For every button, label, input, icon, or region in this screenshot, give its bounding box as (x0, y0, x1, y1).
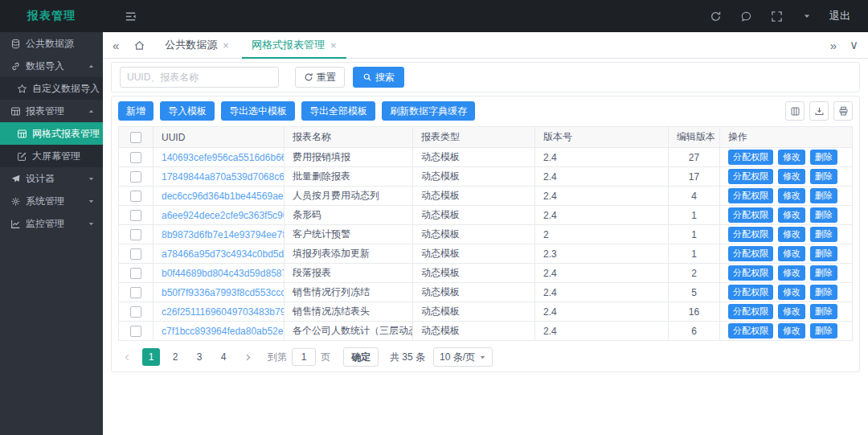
page-size-select[interactable]: 10 条/页 (433, 347, 493, 367)
delete-button[interactable]: 删除 (810, 265, 837, 281)
confirm-button[interactable]: 确定 (343, 347, 379, 367)
edit-version-cell: 4 (669, 187, 720, 206)
assign-permission-button[interactable]: 分配权限 (728, 246, 773, 261)
tabs-menu-icon[interactable]: ∨ (850, 38, 858, 52)
sidebar-item-label: 监控管理 (26, 217, 64, 231)
reset-button[interactable]: 重置 (295, 67, 345, 88)
edit-version-cell: 27 (669, 148, 720, 167)
modify-button[interactable]: 修改 (778, 188, 805, 203)
uuid-link[interactable]: c7f1bcc893964feda80ab52ee0... (162, 326, 285, 337)
delete-button[interactable]: 删除 (810, 188, 837, 203)
modify-button[interactable]: 修改 (778, 150, 805, 165)
sidebar-item-4[interactable]: 网格式报表管理 (0, 122, 103, 145)
row-checkbox[interactable] (130, 306, 141, 318)
assign-permission-button[interactable]: 分配权限 (728, 188, 773, 203)
print-button[interactable] (833, 101, 853, 121)
row-checkbox[interactable] (130, 326, 141, 337)
modify-button[interactable]: 修改 (778, 227, 805, 242)
row-checkbox[interactable] (130, 210, 141, 221)
uuid-link[interactable]: a6ee924dece2cfe9c363f5c902... (162, 210, 285, 221)
row-checkbox[interactable] (130, 171, 141, 183)
delete-button[interactable]: 删除 (810, 150, 837, 165)
sidebar-item-7[interactable]: 系统管理 (0, 190, 103, 212)
sidebar-item-6[interactable]: 设计器 (0, 167, 103, 190)
sidebar-item-2[interactable]: 自定义数据导入 (0, 77, 103, 100)
sidebar-item-3[interactable]: 报表管理 (0, 100, 103, 122)
page-button-2[interactable]: 2 (166, 348, 184, 366)
uuid-link[interactable]: a78466a95d73c4934c0bd5d11... (162, 248, 285, 260)
row-checkbox[interactable] (130, 248, 141, 260)
uuid-link[interactable]: 8b9873d6fb7e14e93794ee7fc1... (162, 229, 285, 240)
assign-permission-button[interactable]: 分配权限 (728, 265, 773, 281)
columns-button[interactable] (785, 101, 805, 121)
toolbar-button-0[interactable]: 新增 (118, 101, 154, 121)
page-next-button[interactable] (239, 348, 256, 366)
logout-button[interactable]: 退出 (829, 9, 850, 23)
uuid-link[interactable]: c26f25111696049703483b7915... (162, 306, 285, 318)
toolbar-button-4[interactable]: 刷新数据字典缓存 (382, 101, 475, 121)
delete-button[interactable]: 删除 (810, 304, 837, 319)
row-checkbox[interactable] (130, 268, 141, 279)
modify-button[interactable]: 修改 (778, 304, 805, 319)
toolbar-button-1[interactable]: 导入模板 (160, 101, 215, 121)
fullscreen-icon[interactable] (770, 10, 783, 23)
page-prev-button[interactable] (118, 348, 136, 366)
page-button-3[interactable]: 3 (190, 348, 208, 366)
modify-button[interactable]: 修改 (778, 265, 805, 281)
reset-button-label: 重置 (317, 71, 336, 84)
tabs-scroll-right-icon[interactable]: » (830, 38, 837, 52)
report-name-cell: 客户统计预警 (285, 225, 413, 244)
refresh-icon[interactable] (709, 10, 722, 23)
row-checkbox[interactable] (130, 229, 141, 240)
tab-item-0[interactable]: 公共数据源× (154, 32, 240, 58)
message-icon[interactable] (739, 10, 752, 23)
tab-item-1[interactable]: 网格式报表管理× (240, 32, 348, 58)
toolbar-button-2[interactable]: 导出选中模板 (221, 101, 295, 121)
assign-permission-button[interactable]: 分配权限 (728, 285, 773, 300)
uuid-link[interactable]: 140693cefe956ca5516d6b66e2... (162, 152, 285, 163)
export-button[interactable] (809, 101, 829, 121)
tab-close-icon[interactable]: × (330, 39, 337, 51)
sidebar-item-1[interactable]: 数据导入 (0, 55, 103, 77)
page-button-4[interactable]: 4 (215, 348, 232, 366)
sidebar-item-0[interactable]: 公共数据源 (0, 32, 103, 55)
uuid-link[interactable]: b50f7f9336a7993f8cd553ccc22... (162, 287, 285, 298)
assign-permission-button[interactable]: 分配权限 (728, 169, 773, 184)
assign-permission-button[interactable]: 分配权限 (728, 227, 773, 242)
sidebar-item-8[interactable]: 监控管理 (0, 212, 103, 235)
delete-button[interactable]: 删除 (810, 169, 837, 184)
assign-permission-button[interactable]: 分配权限 (728, 304, 773, 319)
delete-button[interactable]: 删除 (810, 227, 837, 242)
assign-permission-button[interactable]: 分配权限 (728, 323, 773, 339)
user-menu-caret-icon[interactable] (800, 10, 813, 23)
assign-permission-button[interactable]: 分配权限 (728, 207, 773, 223)
home-icon[interactable] (133, 39, 145, 51)
sidebar-item-5[interactable]: 大屏幕管理 (0, 145, 103, 167)
tabs-collapse-left-icon[interactable]: « (113, 39, 119, 52)
tab-close-icon[interactable]: × (223, 39, 229, 51)
modify-button[interactable]: 修改 (778, 285, 805, 300)
uuid-link[interactable]: b0f44689bd804c43d59d85871a... (162, 268, 285, 279)
delete-button[interactable]: 删除 (810, 285, 837, 300)
search-input[interactable] (120, 67, 279, 88)
modify-button[interactable]: 修改 (778, 169, 805, 184)
row-checkbox[interactable] (130, 287, 141, 298)
modify-button[interactable]: 修改 (778, 207, 805, 223)
assign-permission-button[interactable]: 分配权限 (728, 150, 773, 165)
select-all-checkbox[interactable] (130, 132, 141, 143)
delete-button[interactable]: 删除 (810, 323, 837, 339)
page-button-1[interactable]: 1 (142, 348, 160, 366)
row-checkbox[interactable] (130, 191, 141, 202)
row-checkbox[interactable] (130, 152, 141, 163)
goto-page-input[interactable] (292, 348, 316, 366)
delete-button[interactable]: 删除 (810, 207, 837, 223)
toolbar-button-3[interactable]: 导出全部模板 (301, 101, 375, 121)
menu-fold-icon[interactable] (124, 10, 137, 23)
modify-button[interactable]: 修改 (778, 323, 805, 339)
search-button[interactable]: 搜索 (353, 67, 404, 88)
uuid-link[interactable]: dec6cc96d364b1be44569ae18... (162, 191, 285, 202)
modify-button[interactable]: 修改 (778, 246, 805, 261)
version-cell: 2.4 (535, 322, 669, 341)
uuid-link[interactable]: 17849844a870a539d7068c6d3... (162, 171, 285, 183)
delete-button[interactable]: 删除 (810, 246, 837, 261)
